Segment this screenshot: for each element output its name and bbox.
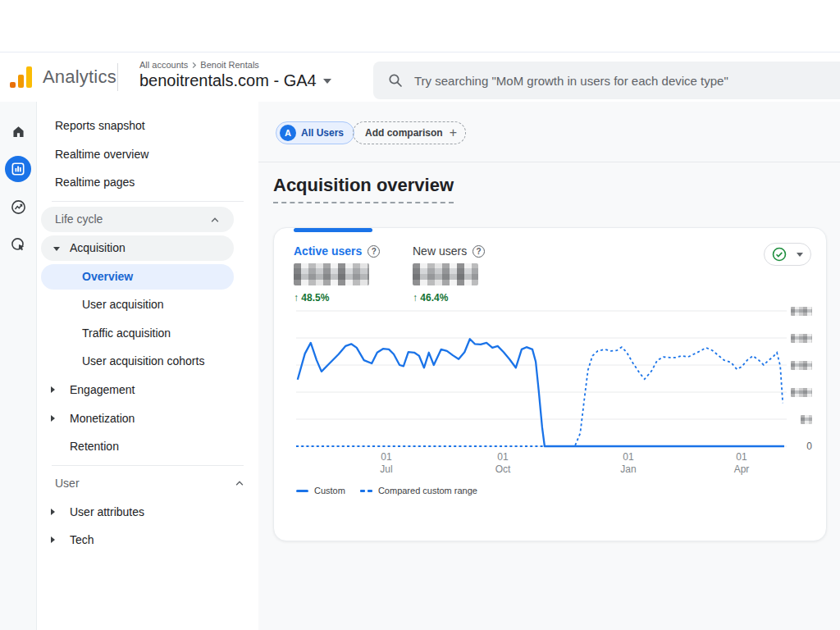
- y-tick-200-redacted: [791, 334, 812, 343]
- reports-sidebar: Reports snapshot Realtime overview Realt…: [37, 102, 258, 630]
- users-overview-card: Active users ? ↑ 48.5% New users ? ↑ 46.…: [273, 227, 827, 541]
- x-tick-apr: 01Apr: [717, 451, 766, 476]
- legend-item-custom: Custom: [296, 486, 345, 495]
- advertising-icon: [11, 237, 26, 253]
- explore-icon: [11, 199, 26, 215]
- collapsed-arrow-icon[interactable]: [51, 415, 55, 422]
- sidebar-divider: [52, 201, 244, 202]
- sidebar-item-retention[interactable]: Retention: [37, 432, 258, 460]
- search-bar[interactable]: Try searching "MoM growth in users for e…: [373, 62, 840, 99]
- collapse-chevron-icon[interactable]: [210, 216, 220, 224]
- property-caret-icon: [323, 79, 331, 84]
- reports-icon: [11, 162, 25, 176]
- check-circle-icon: [772, 247, 787, 262]
- page-title: Acquisition overview: [273, 175, 454, 203]
- search-placeholder: Try searching "MoM growth in users for e…: [414, 74, 728, 88]
- sidebar-item-realtime-pages[interactable]: Realtime pages: [37, 168, 258, 196]
- collapsed-arrow-icon[interactable]: [51, 536, 55, 543]
- solid-line-swatch-icon: [296, 490, 308, 492]
- new-users-delta: ↑ 46.4%: [413, 292, 485, 304]
- analytics-home-link[interactable]: Analytics: [10, 52, 116, 102]
- plus-icon: +: [450, 126, 457, 140]
- sidebar-item-user-attributes[interactable]: User attributes: [37, 498, 258, 526]
- section-user-label: User: [55, 477, 80, 490]
- help-icon[interactable]: ?: [472, 245, 485, 258]
- y-tick-250-redacted: [791, 307, 812, 316]
- nav-rail: [0, 102, 37, 630]
- active-metric-tab-indicator: [294, 228, 372, 232]
- overview-label: Overview: [41, 270, 133, 283]
- chart-legend: Custom Compared custom range: [296, 486, 477, 495]
- breadcrumb: All accounts Benoit Rentals: [139, 60, 331, 70]
- x-tick-jul: 01Jul: [362, 451, 411, 476]
- metric-new-users[interactable]: New users ? ↑ 46.4%: [413, 244, 485, 304]
- sidebar-item-tech[interactable]: Tech: [37, 526, 258, 554]
- app-header: Analytics All accounts Benoit Rentals be…: [0, 52, 840, 102]
- nav-rail-advertising-button[interactable]: [0, 231, 37, 258]
- sidebar-section-life-cycle[interactable]: Life cycle: [41, 207, 234, 232]
- all-users-badge: A: [280, 125, 296, 141]
- active-users-delta: ↑ 48.5%: [294, 292, 380, 304]
- data-quality-dropdown[interactable]: [764, 243, 811, 266]
- property-selector-label: benoitrentals.com - GA4: [139, 71, 317, 90]
- content-divider: [258, 162, 840, 162]
- y-tick-zero: 0: [791, 441, 812, 452]
- y-tick-50-redacted: [801, 415, 812, 424]
- sidebar-item-acquisition[interactable]: Acquisition: [41, 235, 234, 261]
- breadcrumb-property[interactable]: Benoit Rentals: [200, 60, 259, 70]
- sidebar-item-traffic-acquisition[interactable]: Traffic acquisition: [37, 319, 258, 347]
- nav-rail-home-button[interactable]: [0, 117, 37, 145]
- new-users-value-redacted: [413, 263, 478, 285]
- product-name: Analytics: [43, 66, 116, 88]
- x-tick-oct: 01Oct: [478, 451, 527, 476]
- sidebar-item-overview-active[interactable]: Overview: [41, 264, 234, 290]
- property-switcher[interactable]: All accounts Benoit Rentals benoitrental…: [139, 60, 331, 90]
- expanded-arrow-icon[interactable]: [53, 247, 60, 251]
- series-custom: [298, 339, 784, 446]
- nav-rail-explore-button[interactable]: [0, 193, 37, 221]
- home-icon: [11, 125, 25, 139]
- sidebar-item-user-acquisition[interactable]: User acquisition: [37, 290, 258, 318]
- sidebar-item-monetization[interactable]: Monetization: [37, 404, 258, 432]
- dashed-line-swatch-icon: [360, 490, 372, 492]
- collapse-chevron-icon[interactable]: [235, 479, 244, 487]
- sidebar-item-engagement[interactable]: Engagement: [37, 376, 258, 404]
- ga-analytics-app: Analytics All accounts Benoit Rentals be…: [0, 0, 840, 630]
- help-icon[interactable]: ?: [368, 245, 380, 258]
- all-users-chip-label: All Users: [301, 127, 344, 139]
- y-tick-100-redacted: [791, 388, 812, 397]
- header-divider: [117, 63, 118, 91]
- sidebar-item-reports-snapshot[interactable]: Reports snapshot: [37, 112, 258, 139]
- sidebar-item-user-acquisition-cohorts[interactable]: User acquisition cohorts: [37, 347, 258, 375]
- add-comparison-label: Add comparison: [365, 127, 443, 139]
- chevron-down-icon: [797, 253, 803, 257]
- active-users-value-redacted: [294, 263, 369, 285]
- search-icon: [388, 73, 403, 88]
- metric-active-users[interactable]: Active users ? ↑ 48.5%: [294, 244, 380, 304]
- section-life-cycle-label: Life cycle: [41, 212, 103, 226]
- breadcrumb-chevron-icon: [190, 62, 198, 69]
- sidebar-divider: [52, 465, 244, 466]
- collapsed-arrow-icon[interactable]: [51, 509, 55, 515]
- legend-item-compared: Compared custom range: [360, 486, 477, 495]
- all-users-segment-chip[interactable]: A All Users: [276, 121, 354, 144]
- new-users-label[interactable]: New users: [413, 244, 467, 258]
- property-selector[interactable]: benoitrentals.com - GA4: [139, 71, 331, 90]
- analytics-logo-icon: [10, 66, 34, 88]
- x-tick-jan: 01Jan: [604, 451, 653, 476]
- sidebar-section-user[interactable]: User: [37, 469, 258, 497]
- y-tick-150-redacted: [791, 361, 812, 370]
- add-comparison-chip[interactable]: Add comparison +: [353, 121, 466, 144]
- breadcrumb-account[interactable]: All accounts: [139, 60, 188, 70]
- active-users-label[interactable]: Active users: [294, 244, 362, 258]
- nav-rail-reports-button[interactable]: [5, 156, 31, 182]
- collapsed-arrow-icon[interactable]: [51, 386, 55, 393]
- sidebar-item-realtime-overview[interactable]: Realtime overview: [37, 140, 258, 168]
- content-area: A All Users Add comparison + Acquisition…: [258, 102, 840, 630]
